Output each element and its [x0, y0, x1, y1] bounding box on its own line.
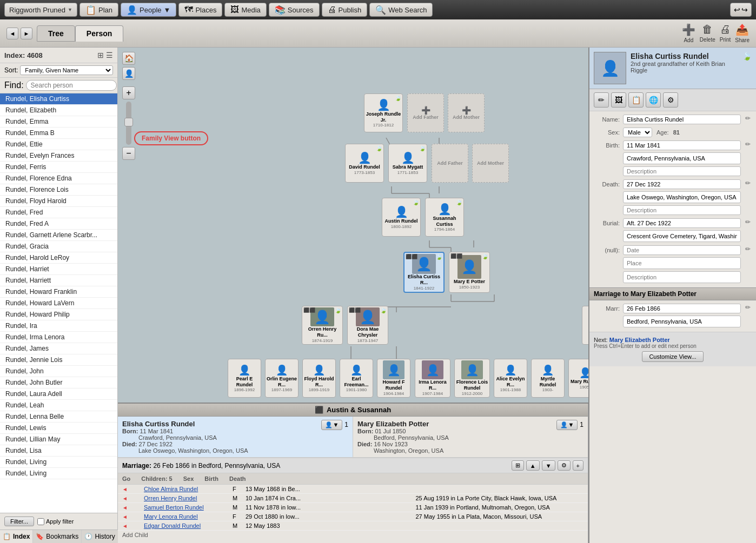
list-item[interactable]: Rundel, John	[0, 366, 117, 377]
marriage-nav-btn[interactable]: ⊞	[512, 460, 524, 471]
node-orren[interactable]: ⬛⬛ 🍃 👤 Orren Henry Ru... 1874-1919	[302, 306, 343, 345]
death-desc-input[interactable]	[623, 205, 741, 215]
node-irma[interactable]: 👤 Irma Lenora R... 1907-1984	[415, 359, 450, 398]
node-howard-f[interactable]: 👤 Howard F Rundel 1904-1984	[377, 359, 410, 398]
media-btn[interactable]: 🖼	[611, 92, 626, 108]
list-item[interactable]: Rundel, Jennie Lois	[0, 354, 117, 366]
null-edit-btn[interactable]: ✏	[744, 245, 752, 253]
websearch-menu[interactable]: 🔍 Web Search	[369, 3, 433, 17]
list-item[interactable]: Rundel, Garnett Arlene Scarbr...	[0, 230, 117, 241]
list-item[interactable]: Rundel, Elizabeth	[0, 105, 117, 116]
person-btn[interactable]: 👤	[122, 67, 135, 80]
tab-tree[interactable]: Tree	[37, 25, 75, 42]
child-name[interactable]: Edgar Donald Rundel	[144, 522, 230, 529]
node-samuel[interactable]: 🍃 👤 Samuel B Rundel 1878-1939	[582, 306, 588, 345]
table-row[interactable]: ◄ Chloe Almira Rundel F 13 May 1868 in B…	[118, 485, 588, 494]
list-icon[interactable]: ☰	[106, 51, 113, 59]
node-david[interactable]: 🍃 👤 David Rundel 1773-1853	[345, 144, 384, 183]
zoom-out-btn[interactable]: −	[122, 147, 135, 160]
settings-btn[interactable]: ⚙	[663, 92, 678, 108]
grid-icon[interactable]: ⊞	[97, 51, 104, 59]
edit-btn[interactable]: ✏	[594, 92, 609, 108]
nav-fwd-btn[interactable]: ►	[21, 28, 32, 39]
list-item[interactable]: Rundel, Lenna Belle	[0, 411, 117, 423]
table-row[interactable]: ◄ Edgar Donald Rundel M 12 May 1883	[118, 521, 588, 531]
list-item[interactable]: Rundel, Floyd Harold	[0, 196, 117, 207]
list-item[interactable]: Rundel, Ferris	[0, 162, 117, 173]
node-add-mother-2[interactable]: Add Mother	[472, 144, 509, 183]
list-item[interactable]: Rundel, Emma B	[0, 128, 117, 139]
birth-place-input[interactable]	[623, 152, 741, 164]
node-add-father-1[interactable]: ➕ Add Father	[407, 93, 444, 132]
nav-back-btn[interactable]: ◄	[6, 28, 18, 39]
burial-date-input[interactable]	[623, 218, 741, 228]
list-item[interactable]: Rundel, James	[0, 343, 117, 354]
sex-select[interactable]: Male	[623, 128, 652, 137]
marriage-add-btn[interactable]: +	[573, 460, 583, 471]
list-item[interactable]: Rundel, Gracia	[0, 241, 117, 252]
print-btn[interactable]: 🖨 Print	[720, 23, 731, 43]
customize-btn[interactable]: Customize View...	[642, 351, 703, 362]
child-name[interactable]: Samuel Berton Rundel	[144, 504, 230, 511]
list-item[interactable]: Rundel, Leah	[0, 400, 117, 411]
list-item[interactable]: Rundel, Harriet	[0, 264, 117, 275]
node-earl[interactable]: 👤 Earl Freeman... 1901-1980	[340, 359, 373, 398]
list-item[interactable]: Rundel, Lillian May	[0, 434, 117, 445]
filter-btn[interactable]: Filter...	[4, 517, 34, 526]
node-sabra[interactable]: 🍃 👤 Sabra Mygatt 1771-1853	[388, 144, 427, 183]
node-austin[interactable]: 🍃 👤 Austin Rundel 1800-1892	[382, 198, 421, 237]
list-item[interactable]: Rundel, Florence Lois	[0, 184, 117, 196]
list-item[interactable]: Rundel, Irma Lenora	[0, 332, 117, 343]
plan-menu[interactable]: 📋 Plan	[79, 3, 118, 17]
list-item[interactable]: Rundel, Living	[0, 468, 117, 479]
marriage-down-btn[interactable]: ▼	[542, 460, 555, 471]
death-place-input[interactable]	[623, 191, 741, 203]
add-btn[interactable]: ➕ Add	[682, 23, 695, 43]
node-mary2[interactable]: 👤 Mary Rundel 1905-	[568, 359, 588, 398]
list-item[interactable]: Rundel, Harriett	[0, 275, 117, 286]
list-item[interactable]: Rundel, Ira	[0, 320, 117, 332]
copy-btn[interactable]: 📋	[628, 92, 644, 108]
tab-person[interactable]: Person	[75, 25, 123, 42]
marriage-up-btn[interactable]: ▲	[526, 460, 540, 471]
list-item[interactable]: Rundel, Emma	[0, 116, 117, 128]
list-item[interactable]: Rundel, Living	[0, 457, 117, 468]
node-joseph[interactable]: 🍃 👤 Joseph Rundle Jr. 1710-1812	[364, 93, 403, 132]
marr-date-input[interactable]	[623, 304, 741, 313]
node-elisha[interactable]: ⬛⬛ 🍃 👤 Elisha Curtiss R... 1841-1922	[403, 252, 445, 293]
sidebar-tab-index[interactable]: 📋 Index	[0, 530, 33, 543]
list-item[interactable]: Rundel, Harold LeRoy	[0, 252, 117, 264]
delete-btn[interactable]: 🗑 Delete	[700, 23, 715, 43]
table-row[interactable]: ◄ Orren Henry Rundel M 10 Jan 1874 in Cr…	[118, 494, 588, 503]
list-item[interactable]: Rundel, Laura Adell	[0, 388, 117, 400]
node-myrtle[interactable]: 👤 Myrtle Rundel 1903-	[531, 359, 565, 398]
marr-place-input[interactable]	[623, 316, 741, 327]
birth-desc-input[interactable]	[623, 166, 741, 176]
burial-place-input[interactable]	[623, 230, 741, 242]
birth-edit-btn[interactable]: ✏	[744, 140, 752, 148]
person2-action-btn[interactable]: 👤▼	[556, 420, 578, 430]
share-btn[interactable]: 📤 Share	[735, 23, 750, 43]
sidebar-tab-history[interactable]: 🕐 History	[82, 530, 118, 543]
home-btn[interactable]: 🏠	[122, 52, 135, 65]
nav-arrows[interactable]: ↩ ↪	[730, 3, 752, 17]
list-item[interactable]: Rundel, Fred A	[0, 218, 117, 230]
list-item[interactable]: Rundel, Lewis	[0, 423, 117, 434]
media-menu[interactable]: 🖼 Media	[224, 3, 266, 17]
birth-date-input[interactable]	[623, 140, 741, 150]
list-item[interactable]: Rundel, Elisha Curtiss	[0, 93, 117, 105]
death-edit-btn[interactable]: ✏	[744, 179, 752, 187]
search-input[interactable]	[26, 80, 117, 91]
node-floyd[interactable]: 👤 Floyd Harold R... 1899-1919	[302, 359, 336, 398]
list-item[interactable]: Rundel, Howard Philip	[0, 309, 117, 320]
zoom-in-btn[interactable]: +	[122, 86, 135, 99]
list-item[interactable]: Rundel, John Butler	[0, 377, 117, 388]
person1-action-btn[interactable]: 👤▼	[321, 420, 342, 430]
null-place-input[interactable]	[623, 257, 741, 269]
node-add-mother-1[interactable]: ➕ Add Mother	[448, 93, 485, 132]
burial-edit-btn[interactable]: ✏	[744, 218, 752, 226]
child-name[interactable]: Mary Lenora Rundel	[144, 513, 230, 520]
marriage-action-btn[interactable]: ⚙	[558, 460, 571, 471]
publish-menu[interactable]: 🖨 Publish	[322, 3, 368, 17]
places-menu[interactable]: 🗺 Places	[178, 3, 222, 17]
